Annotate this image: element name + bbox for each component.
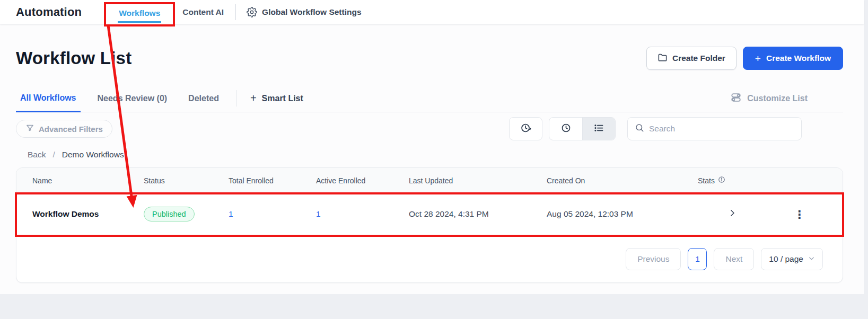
- annotation-red-box-workflows: Workflows: [104, 2, 175, 26]
- tabs-divider: [236, 90, 236, 107]
- page-header: Workflow List Create Folder + Create Wor…: [16, 24, 843, 70]
- breadcrumb-separator: /: [52, 150, 55, 160]
- create-folder-label: Create Folder: [672, 54, 725, 63]
- workflow-table-card: Name Status Total Enrolled Active Enroll…: [16, 167, 843, 283]
- chevron-right-icon: [727, 208, 737, 220]
- customize-list-label: Customize List: [747, 94, 808, 103]
- toggles-icon: [730, 92, 742, 105]
- clock-icon: [560, 122, 572, 136]
- next-page-button[interactable]: Next: [714, 248, 754, 270]
- gear-icon: [247, 7, 257, 17]
- total-enrolled-link[interactable]: 1: [229, 209, 316, 219]
- chevron-down-icon: [808, 254, 815, 264]
- row-menu-cell: ⋮: [767, 209, 832, 220]
- smart-list-label: Smart List: [262, 94, 303, 103]
- status-cell: Published: [144, 207, 229, 221]
- app-title: Automation: [16, 5, 82, 19]
- plus-icon: +: [250, 92, 257, 104]
- last-updated-value: Oct 28 2024, 4:31 PM: [409, 209, 547, 219]
- tab-needs-review[interactable]: Needs Review (0): [93, 85, 172, 112]
- page-size-select[interactable]: 10 / page: [761, 248, 823, 270]
- kebab-menu-icon[interactable]: ⋮: [794, 209, 805, 220]
- info-icon[interactable]: [718, 176, 725, 185]
- topbar-divider: [235, 4, 236, 20]
- tab-deleted[interactable]: Deleted: [184, 85, 223, 112]
- search-icon: [635, 123, 644, 135]
- folder-icon: [657, 52, 668, 65]
- breadcrumb-back[interactable]: Back: [28, 150, 46, 160]
- page-title: Workflow List: [16, 48, 131, 68]
- column-header-last-updated: Last Updated: [409, 176, 547, 185]
- global-workflow-settings[interactable]: Global Workflow Settings: [247, 7, 361, 17]
- tab-content-ai[interactable]: Content AI: [182, 7, 224, 17]
- column-header-created-on: Created On: [547, 176, 698, 185]
- stats-expand-button[interactable]: [698, 208, 767, 220]
- created-on-value: Aug 05 2024, 12:03 PM: [547, 209, 698, 219]
- column-header-name: Name: [32, 176, 144, 185]
- header-actions: Create Folder + Create Workflow: [646, 47, 843, 70]
- page-size-label: 10 / page: [769, 254, 803, 264]
- view-toggle-group: [549, 117, 616, 140]
- stats-header-label: Stats: [698, 176, 715, 185]
- smart-list-button[interactable]: + Smart List: [247, 85, 306, 112]
- tab-all-workflows[interactable]: All Workflows: [16, 85, 81, 112]
- create-folder-button[interactable]: Create Folder: [646, 47, 737, 70]
- page-number-button[interactable]: 1: [688, 248, 707, 270]
- toolbar-right: [509, 117, 802, 140]
- status-badge: Published: [144, 207, 195, 221]
- recent-view-button[interactable]: [549, 118, 582, 140]
- create-workflow-button[interactable]: + Create Workflow: [743, 47, 843, 70]
- search-box: [627, 117, 802, 140]
- history-icon: [520, 122, 531, 136]
- top-nav-bar: Automation Workflows Content AI Global W…: [0, 0, 864, 24]
- active-enrolled-link[interactable]: 1: [316, 209, 409, 219]
- column-header-total-enrolled: Total Enrolled: [229, 176, 316, 185]
- automation-app: Automation Workflows Content AI Global W…: [0, 0, 864, 294]
- toolbar: Advanced Filters: [16, 117, 843, 141]
- customize-list-button[interactable]: Customize List: [730, 85, 808, 112]
- table-row-workflow-demos[interactable]: Workflow Demos Published 1 1 Oct 28 2024…: [16, 193, 843, 235]
- tab-workflows[interactable]: Workflows: [118, 4, 161, 23]
- previous-page-button[interactable]: Previous: [626, 248, 681, 270]
- search-input[interactable]: [649, 124, 794, 134]
- enrollment-history-button[interactable]: [509, 117, 542, 140]
- global-workflow-settings-label: Global Workflow Settings: [262, 7, 361, 17]
- advanced-filters-label: Advanced Filters: [39, 125, 103, 134]
- column-header-active-enrolled: Active Enrolled: [316, 176, 409, 185]
- breadcrumb-current-folder[interactable]: Demo Workflows: [62, 150, 124, 160]
- pagination: Previous 1 Next 10 / page: [16, 235, 843, 270]
- breadcrumb: Back / Demo Workflows: [16, 150, 843, 160]
- table-header-row: Name Status Total Enrolled Active Enroll…: [16, 168, 843, 193]
- column-header-status: Status: [144, 176, 229, 185]
- list-view-button[interactable]: [582, 118, 615, 140]
- workflow-name-link[interactable]: Workflow Demos: [32, 209, 144, 219]
- create-workflow-label: Create Workflow: [766, 54, 831, 63]
- filter-icon: [25, 123, 34, 134]
- workflow-list-page: Workflow List Create Folder + Create Wor…: [0, 24, 864, 294]
- plus-icon: +: [755, 54, 761, 64]
- list-view-icon: [593, 122, 604, 136]
- column-header-stats: Stats: [698, 176, 767, 185]
- list-tabs-row: All Workflows Needs Review (0) Deleted +…: [16, 85, 843, 112]
- advanced-filters-button[interactable]: Advanced Filters: [16, 120, 112, 138]
